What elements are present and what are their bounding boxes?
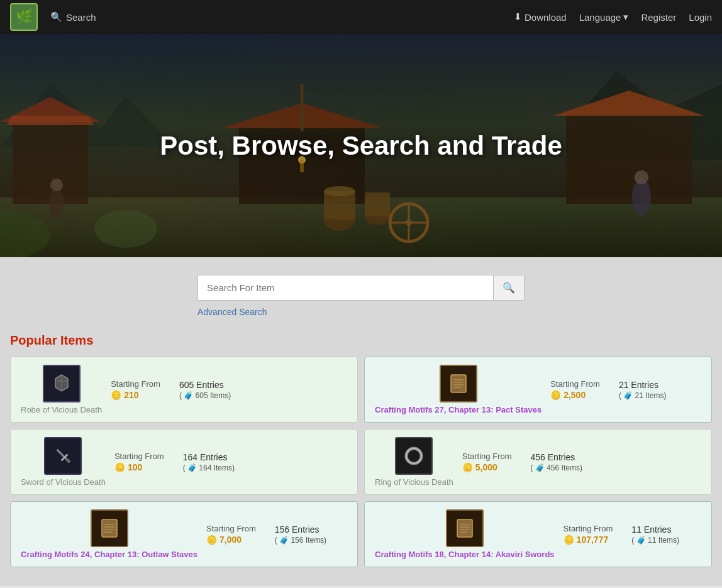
items-count: ( 🧳 11 Items) <box>631 536 679 545</box>
svg-point-28 <box>94 210 157 248</box>
price-block: Starting From 🪙7,000 <box>206 524 256 545</box>
register-label: Register <box>641 12 676 23</box>
gold-icon: 🪙 <box>564 535 574 545</box>
item-card[interactable]: Crafting Motifs 24, Chapter 13: Outlaw S… <box>10 501 358 567</box>
download-label: Download <box>525 12 567 23</box>
svg-rect-44 <box>457 519 472 537</box>
item-stats: Starting From 🪙2,500 21 Entries ( 🧳 21 I… <box>550 379 701 400</box>
item-name: Robe of Vicious Death <box>21 405 102 414</box>
item-price: 🪙210 <box>111 390 138 400</box>
item-name: Crafting Motifs 24, Chapter 13: Outlaw S… <box>21 550 197 559</box>
item-price: 🪙100 <box>114 462 142 472</box>
item-name: Sword of Vicious Death <box>21 477 106 487</box>
item-left: Robe of Vicious Death <box>21 365 102 414</box>
svg-point-38 <box>406 448 421 463</box>
gold-icon: 🪙 <box>206 535 217 545</box>
item-stats: Starting From 🪙210 605 Entries ( 🧳 605 I… <box>111 379 347 400</box>
language-label: Language <box>579 12 621 23</box>
item-icon <box>44 437 82 475</box>
download-link[interactable]: ⬇ Download <box>514 11 567 23</box>
item-stats: Starting From 🪙107,777 11 Entries ( 🧳 11… <box>564 524 701 545</box>
item-name: Crafting Motifs 18, Chapter 14: Akaviri … <box>375 550 555 559</box>
entries-block: 21 Entries ( 🧳 21 Items) <box>619 380 667 400</box>
hero-title: Post, Browse, Search and Trade <box>160 131 562 161</box>
svg-point-23 <box>49 188 64 219</box>
svg-rect-10 <box>566 116 692 204</box>
item-card[interactable]: Crafting Motifs 27, Chapter 13: Pact Sta… <box>364 357 712 423</box>
download-icon: ⬇ <box>514 11 522 23</box>
item-card[interactable]: Robe of Vicious Death Starting From 🪙210… <box>10 357 358 423</box>
starting-from-label: Starting From <box>550 379 600 389</box>
items-count: ( 🧳 605 Items) <box>179 391 231 400</box>
svg-rect-16 <box>365 192 390 216</box>
popular-title: Popular Items <box>10 333 712 348</box>
entries-block: 164 Entries ( 🧳 164 Items) <box>183 452 235 472</box>
item-left: Crafting Motifs 27, Chapter 13: Pact Sta… <box>375 365 542 414</box>
gold-icon: 🪙 <box>114 462 125 472</box>
svg-point-26 <box>635 170 648 184</box>
register-link[interactable]: Register <box>641 12 676 23</box>
price-block: Starting From 🪙210 <box>111 379 160 400</box>
svg-rect-34 <box>57 449 68 460</box>
site-logo[interactable]: 🌿 <box>10 3 38 31</box>
entries-block: 156 Entries ( 🧳 156 Items) <box>275 524 326 545</box>
svg-rect-29 <box>451 375 466 392</box>
item-icon <box>446 509 484 547</box>
starting-from-label: Starting From <box>564 524 613 533</box>
item-price: 🪙5,000 <box>462 462 497 472</box>
search-bar: 🔍 <box>197 275 525 301</box>
item-card[interactable]: Ring of Vicious Death Starting From 🪙5,0… <box>364 429 712 495</box>
svg-point-24 <box>50 179 63 191</box>
price-block: Starting From 🪙2,500 <box>550 379 600 400</box>
price-block: Starting From 🪙100 <box>114 452 164 472</box>
popular-section: Popular Items Robe of Vicious Death Star… <box>0 327 722 586</box>
svg-rect-22 <box>300 160 304 172</box>
entries-count: 21 Entries <box>619 380 658 390</box>
item-icon <box>43 365 81 402</box>
starting-from-label: Starting From <box>114 452 164 461</box>
language-link[interactable]: Language ▾ <box>579 11 629 23</box>
items-count: ( 🧳 21 Items) <box>619 391 667 400</box>
item-left: Ring of Vicious Death <box>375 437 453 487</box>
item-left: Sword of Vicious Death <box>21 437 106 487</box>
items-count: ( 🧳 164 Items) <box>183 463 235 472</box>
item-icon <box>395 437 433 475</box>
item-card[interactable]: Sword of Vicious Death Starting From 🪙10… <box>10 429 358 495</box>
starting-from-label: Starting From <box>206 524 256 533</box>
entries-count: 456 Entries <box>531 452 575 462</box>
item-left: Crafting Motifs 24, Chapter 13: Outlaw S… <box>21 509 197 559</box>
entries-count: 605 Entries <box>179 380 224 390</box>
nav-search[interactable]: 🔍 Search <box>50 11 96 23</box>
item-icon <box>440 365 477 402</box>
search-button[interactable]: 🔍 <box>493 275 525 301</box>
entries-count: 156 Entries <box>275 524 319 535</box>
gold-icon: 🪙 <box>111 390 121 400</box>
items-grid: Robe of Vicious Death Starting From 🪙210… <box>10 357 712 567</box>
svg-rect-39 <box>102 519 117 537</box>
advanced-search-link[interactable]: Advanced Search <box>197 307 267 317</box>
entries-block: 456 Entries ( 🧳 456 Items) <box>531 452 582 472</box>
item-name: Ring of Vicious Death <box>375 477 453 487</box>
item-stats: Starting From 🪙5,000 456 Entries ( 🧳 456… <box>462 452 701 472</box>
item-stats: Starting From 🪙100 164 Entries ( 🧳 164 I… <box>114 452 347 472</box>
gold-icon: 🪙 <box>550 390 561 400</box>
entries-count: 11 Entries <box>631 524 671 535</box>
navbar: 🌿 🔍 Search ⬇ Download Language ▾ Registe… <box>0 0 722 34</box>
starting-from-label: Starting From <box>462 452 512 461</box>
items-count: ( 🧳 456 Items) <box>531 463 582 472</box>
chevron-down-icon: ▾ <box>623 11 628 23</box>
search-input[interactable] <box>197 275 493 301</box>
item-price: 🪙2,500 <box>550 390 586 400</box>
item-stats: Starting From 🪙7,000 156 Entries ( 🧳 156… <box>206 524 347 545</box>
gold-icon: 🪙 <box>462 462 473 472</box>
item-card[interactable]: Crafting Motifs 18, Chapter 14: Akaviri … <box>364 501 712 567</box>
login-link[interactable]: Login <box>689 12 712 23</box>
item-left: Crafting Motifs 18, Chapter 14: Akaviri … <box>375 509 555 559</box>
item-icon <box>91 509 128 547</box>
svg-point-14 <box>324 186 355 196</box>
entries-block: 11 Entries ( 🧳 11 Items) <box>631 524 679 545</box>
item-price: 🪙107,777 <box>564 535 609 545</box>
item-name: Crafting Motifs 27, Chapter 13: Pact Sta… <box>375 405 542 414</box>
search-submit-icon: 🔍 <box>503 282 515 294</box>
svg-rect-4 <box>13 122 88 204</box>
